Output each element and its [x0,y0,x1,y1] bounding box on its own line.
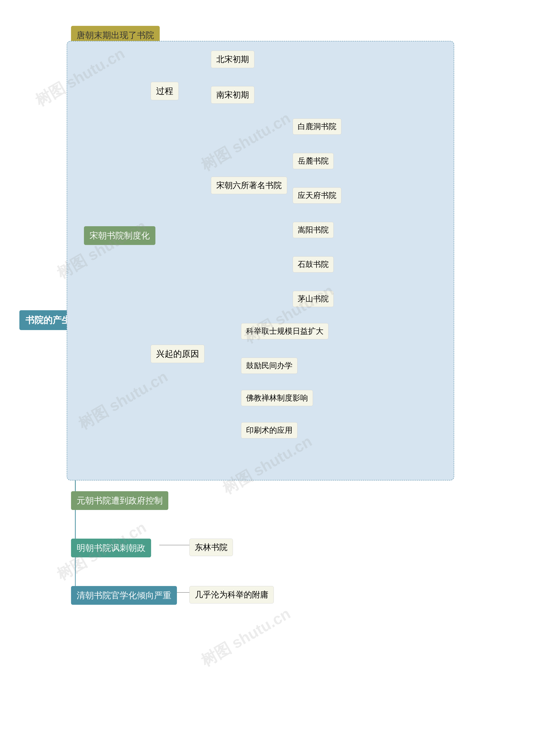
fojiao-node: 佛教禅林制度影响 [241,390,313,406]
shigu-node: 石鼓书院 [293,256,334,273]
process-node: 过程 [151,82,179,100]
six-node: 宋朝六所著名书院 [211,177,287,194]
nansong-node: 南宋初期 [211,86,254,103]
yuan-node: 元朝书院遭到政府控制 [71,491,168,510]
maoshan-node: 茅山书院 [293,291,334,307]
suiyang-node: 嵩阳书院 [293,222,334,238]
guli-node: 鼓励民间办学 [241,358,298,374]
beisong-node: 北宋初期 [211,51,254,68]
keju-node: 科举取士规模日益扩大 [241,323,329,339]
song-box [67,41,454,480]
qing-node: 清朝书院官学化倾向严重 [71,586,177,605]
yuelu-node: 岳麓书院 [293,153,334,169]
watermark-8: 树图 shutu.cn [197,603,294,671]
ming-node: 明朝书院讽刺朝政 [71,539,151,557]
yinshua-node: 印刷术的应用 [241,422,298,439]
donglin-node: 东林书院 [189,539,233,556]
fufu-node: 几乎沦为科举的附庸 [189,586,274,603]
yingtian-node: 应天府书院 [293,188,341,204]
song-node: 宋朝书院制度化 [84,226,155,245]
rise-node: 兴起的原因 [151,345,204,363]
mind-map: 书院的产生和发展 唐朝末期出现了书院 宋朝书院制度化 过程 兴起的原因 北宋初期… [13,13,538,745]
bailudong-node: 白鹿洞书院 [293,118,341,135]
